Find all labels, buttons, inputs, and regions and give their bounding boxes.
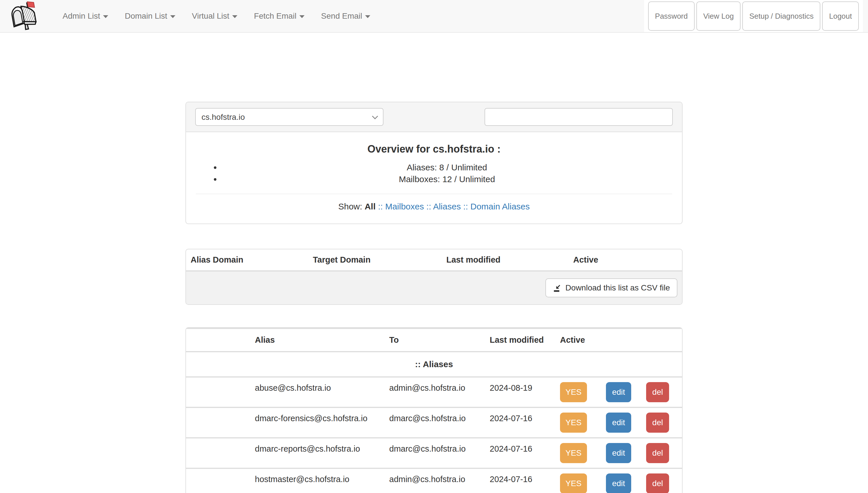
col-del — [641, 328, 682, 352]
show-aliases-link[interactable]: Aliases — [433, 202, 461, 211]
overview-title: Overview for cs.hofstra.io : — [195, 143, 673, 155]
alias-cell: dmarc-forensics@cs.hofstra.io — [250, 407, 385, 438]
menu-send-email[interactable]: Send Email — [313, 12, 379, 21]
table-row: dmarc-forensics@cs.hofstra.io dmarc@cs.h… — [186, 407, 682, 438]
col-edit — [601, 328, 641, 352]
navbar-action-buttons: Password View Log Setup / Diagnostics Lo… — [644, 0, 863, 32]
caret-down-icon — [103, 15, 108, 18]
menu-label: Send Email — [321, 12, 362, 20]
table-row: abuse@cs.hofstra.io admin@cs.hofstra.io … — [186, 377, 682, 407]
top-navbar: Admin List Domain List Virtual List Fetc… — [0, 0, 868, 33]
download-csv-button[interactable]: Download this list as CSV file — [545, 278, 678, 297]
active-yes-button[interactable]: YES — [560, 473, 587, 493]
row-spacer — [186, 438, 250, 468]
divider — [196, 194, 672, 194]
col-last-modified: Last modified — [442, 249, 569, 271]
caret-down-icon — [170, 15, 175, 18]
menu-label: Domain List — [125, 12, 167, 20]
modified-cell: 2024-08-19 — [485, 377, 555, 407]
col-active: Active — [555, 328, 601, 352]
active-yes-button[interactable]: YES — [560, 382, 587, 402]
col-alias-domain: Alias Domain — [186, 249, 308, 271]
modified-cell: 2024-07-16 — [485, 407, 555, 438]
row-spacer — [186, 407, 250, 438]
menu-domain-list[interactable]: Domain List — [117, 12, 184, 21]
table-row: hostmaster@cs.hofstra.io admin@cs.hofstr… — [186, 468, 682, 493]
active-yes-button[interactable]: YES — [560, 443, 587, 463]
alias-domain-table: Alias Domain Target Domain Last modified… — [186, 249, 682, 304]
caret-down-icon — [299, 15, 304, 18]
main-menu: Admin List Domain List Virtual List Fetc… — [54, 12, 379, 21]
modified-cell: 2024-07-16 — [485, 438, 555, 468]
show-mailboxes-link[interactable]: Mailboxes — [385, 202, 424, 211]
to-cell: dmarc@cs.hofstra.io — [385, 407, 485, 438]
app-logo[interactable] — [8, 1, 39, 31]
overview-body: Overview for cs.hofstra.io : Aliases: 8 … — [186, 132, 682, 223]
col-active: Active — [569, 249, 682, 271]
col-last-modified: Last modified — [485, 328, 555, 352]
to-cell: admin@cs.hofstra.io — [385, 377, 485, 407]
menu-label: Fetch Email — [254, 12, 297, 20]
csv-row: Download this list as CSV file — [186, 271, 682, 304]
alias-cell: abuse@cs.hofstra.io — [250, 377, 385, 407]
alias-domain-header-row: Alias Domain Target Domain Last modified… — [186, 249, 682, 271]
show-current-all: All — [365, 202, 375, 211]
alias-cell: hostmaster@cs.hofstra.io — [250, 468, 385, 493]
col-alias: Alias — [250, 328, 385, 352]
to-cell: dmarc@cs.hofstra.io — [385, 438, 485, 468]
alias-domain-panel: Alias Domain Target Domain Last modified… — [185, 249, 683, 305]
menu-virtual-list[interactable]: Virtual List — [184, 12, 246, 21]
menu-label: Virtual List — [192, 12, 229, 20]
view-log-button[interactable]: View Log — [696, 1, 741, 31]
aliases-count: Aliases: 8 / Unlimited — [221, 162, 673, 173]
alias-cell: dmarc-reports@cs.hofstra.io — [250, 438, 385, 468]
download-icon — [553, 283, 562, 292]
col-empty — [186, 328, 250, 352]
setup-diagnostics-button[interactable]: Setup / Diagnostics — [742, 1, 820, 31]
row-spacer — [186, 468, 250, 493]
col-to: To — [385, 328, 485, 352]
edit-button[interactable]: edit — [606, 443, 631, 463]
menu-admin-list[interactable]: Admin List — [54, 12, 117, 21]
edit-button[interactable]: edit — [606, 382, 631, 402]
show-label: Show: — [338, 202, 362, 211]
password-button[interactable]: Password — [648, 1, 694, 31]
row-spacer — [186, 377, 250, 407]
logout-button[interactable]: Logout — [822, 1, 859, 31]
aliases-header-row: Alias To Last modified Active — [186, 328, 682, 352]
overview-panel: cs.hofstra.io Overview for cs.hofstra.io… — [185, 102, 683, 224]
aliases-panel: :: Aliases Alias To Last modified Active… — [185, 327, 683, 493]
separator: :: — [378, 202, 383, 211]
domain-select[interactable]: cs.hofstra.io — [195, 108, 384, 126]
aliases-title-row: :: Aliases — [186, 352, 682, 377]
filter-bar: cs.hofstra.io — [186, 102, 682, 132]
table-row: dmarc-reports@cs.hofstra.io dmarc@cs.hof… — [186, 438, 682, 468]
edit-button[interactable]: edit — [606, 473, 631, 493]
mailboxes-count: Mailboxes: 12 / Unlimited — [221, 173, 673, 185]
mailbox-logo-icon — [8, 1, 39, 31]
edit-button[interactable]: edit — [606, 412, 631, 433]
col-target-domain: Target Domain — [308, 249, 442, 271]
download-csv-label: Download this list as CSV file — [566, 283, 670, 293]
show-filter-line: Show: All :: Mailboxes :: Aliases :: Dom… — [195, 202, 673, 211]
active-yes-button[interactable]: YES — [560, 412, 587, 433]
search-input[interactable] — [484, 108, 673, 126]
show-domain-aliases-link[interactable]: Domain Aliases — [471, 202, 530, 211]
aliases-title: :: Aliases — [186, 352, 682, 377]
caret-down-icon — [232, 15, 237, 18]
to-cell: admin@cs.hofstra.io — [385, 468, 485, 493]
delete-button[interactable]: del — [646, 443, 669, 463]
caret-down-icon — [365, 15, 370, 18]
separator: :: — [426, 202, 431, 211]
modified-cell: 2024-07-16 — [485, 468, 555, 493]
domain-stats: Aliases: 8 / Unlimited Mailboxes: 12 / U… — [195, 162, 673, 185]
delete-button[interactable]: del — [646, 382, 669, 402]
aliases-table: :: Aliases Alias To Last modified Active… — [186, 328, 682, 493]
delete-button[interactable]: del — [646, 412, 669, 433]
separator: :: — [463, 202, 468, 211]
menu-label: Admin List — [63, 12, 100, 20]
delete-button[interactable]: del — [646, 473, 669, 493]
menu-fetch-email[interactable]: Fetch Email — [246, 12, 313, 21]
